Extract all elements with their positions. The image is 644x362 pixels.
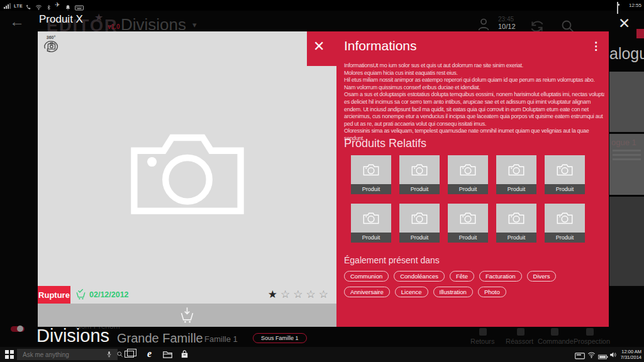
related-product-tile[interactable]: Produit: [496, 204, 536, 243]
star-rating[interactable]: ★☆☆☆☆: [268, 288, 331, 301]
product-image-panel: 360° Rupture 02/12/2012 ★☆☆☆☆: [38, 31, 336, 327]
task-view-button[interactable]: [125, 351, 134, 358]
category-pill[interactable]: Communion: [344, 271, 389, 282]
related-products-title: Produits Relatifs: [344, 137, 426, 150]
camera-icon: [508, 163, 525, 176]
camera-icon: [557, 163, 573, 176]
display-tray-icon[interactable]: [575, 351, 585, 362]
related-product-tile[interactable]: Produit: [448, 155, 488, 194]
wifi-tray-icon[interactable]: [587, 350, 596, 361]
call-forwarding-icon: [25, 2, 31, 13]
background-tile: [609, 72, 644, 132]
camera-icon: [460, 212, 476, 224]
panel-title: Informations: [344, 38, 417, 53]
related-product-label: Produit: [496, 184, 536, 194]
back-button[interactable]: ←: [9, 14, 25, 29]
camera-icon: [557, 212, 573, 224]
star-4[interactable]: ☆: [306, 288, 319, 300]
search-input[interactable]: [17, 351, 106, 358]
taskbar-time: 12:00 AM: [616, 349, 641, 354]
related-product-tile[interactable]: Produit: [399, 204, 440, 243]
description-line: endem. Ut inciusd andipsunt facil ma qui…: [344, 106, 604, 114]
cart-download-icon: [179, 307, 196, 324]
breadcrumb-sous-famille[interactable]: Sous Famille 1: [253, 333, 307, 343]
category-pill[interactable]: Illustration: [433, 287, 473, 297]
description-line: Molores equiam hicia cus inist eaquatis …: [344, 70, 604, 77]
command-reassort[interactable]: Réassort: [506, 337, 533, 345]
product-description: InformationsUt mo ium solor sus et quis …: [344, 62, 604, 143]
search-icon[interactable]: [116, 349, 123, 360]
category-pill[interactable]: Licence: [395, 287, 428, 297]
panel-close-button[interactable]: ✕: [313, 40, 325, 53]
command-commande[interactable]: Commande: [538, 337, 574, 345]
signal-strength-icon: [4, 3, 11, 9]
background-red-tile-fragment: [636, 29, 644, 38]
page-title: Produit X: [39, 13, 83, 26]
star-3[interactable]: ☆: [293, 288, 306, 300]
also-present-title: Également présent dans: [344, 255, 440, 265]
battery-icon: [617, 3, 618, 14]
wifi-status-icon: [35, 2, 42, 13]
phone-status-bar: LTE ✈ 12:55: [0, 0, 644, 11]
description-line: Hil etus miliam nossit animpor as eatemp…: [344, 77, 604, 84]
related-product-tile[interactable]: Produit: [496, 155, 536, 194]
related-product-tile[interactable]: Produit: [351, 204, 391, 243]
airplane-mode-icon: ✈: [55, 1, 60, 8]
store-button[interactable]: [180, 349, 189, 361]
retours-icon: [479, 328, 487, 336]
taskbar-search-box[interactable]: [17, 349, 118, 360]
related-product-tile[interactable]: Produit: [448, 204, 488, 243]
informations-panel: ✕ Informations ⋮ InformationsUt mo ium s…: [336, 31, 609, 327]
category-pill[interactable]: Condoléances: [394, 271, 445, 282]
camera-icon: [411, 212, 428, 224]
category-pill[interactable]: Fête: [450, 271, 474, 282]
star-2[interactable]: ☆: [280, 288, 293, 300]
category-pill[interactable]: Facturation: [479, 271, 522, 282]
viewer-360-button[interactable]: 360°: [43, 35, 59, 55]
background-tile: [609, 197, 644, 286]
category-pill[interactable]: Photo: [478, 287, 506, 297]
chevron-down-icon[interactable]: ▾: [192, 20, 197, 30]
header-clock: 23:45: [498, 16, 514, 23]
related-product-label: Produit: [545, 233, 585, 243]
battery-tray-icon[interactable]: [598, 351, 608, 362]
breadcrumb-divisions[interactable]: Divisions: [36, 326, 109, 346]
panel-close-tab: ✕: [307, 31, 336, 66]
related-product-tile[interactable]: Produit: [545, 204, 585, 243]
related-product-tile[interactable]: Produit: [545, 155, 585, 194]
category-pill[interactable]: Divers: [527, 271, 557, 282]
related-product-label: Produit: [351, 233, 391, 243]
bluetooth-icon: [46, 2, 52, 13]
command-prospection[interactable]: Prospection: [574, 337, 610, 345]
command-retours[interactable]: Retours: [470, 337, 495, 345]
stock-status-badge: Rupture: [38, 286, 70, 304]
lte-label: LTE: [14, 4, 23, 8]
camera-icon: [508, 212, 525, 224]
camera-icon: [363, 212, 379, 224]
toggle-switch[interactable]: [11, 326, 25, 332]
related-product-tile[interactable]: Produit: [399, 155, 440, 194]
breadcrumb-famille[interactable]: Famille 1: [204, 334, 238, 344]
internet-explorer-button[interactable]: e: [147, 348, 152, 359]
background-tile: ogue 1: [609, 134, 644, 195]
related-product-label: Produit: [448, 184, 488, 194]
start-button[interactable]: [5, 350, 14, 359]
breadcrumb-grande-famille[interactable]: Grande Famille: [117, 331, 203, 346]
description-line: ped ut as re, aut prati accaeria volut q…: [344, 121, 604, 128]
related-product-label: Produit: [399, 233, 440, 243]
more-options-button[interactable]: ⋮: [591, 40, 601, 53]
taskbar-date: 7/31/2014: [616, 354, 641, 360]
status-time: 12:55: [629, 3, 641, 8]
add-to-cart-button[interactable]: [38, 304, 336, 327]
star-5[interactable]: ☆: [319, 288, 331, 300]
file-explorer-button[interactable]: [162, 349, 173, 362]
related-product-label: Produit: [448, 233, 488, 243]
microphone-icon[interactable]: [106, 349, 113, 360]
camera-rotate-icon: [43, 40, 59, 53]
related-product-tile[interactable]: Produit: [351, 155, 391, 194]
taskbar-clock[interactable]: 12:00 AM 7/31/2014: [616, 349, 641, 360]
category-pill[interactable]: Anniversaire: [344, 287, 390, 297]
prospection-icon: [586, 328, 594, 336]
star-1[interactable]: ★: [268, 288, 280, 300]
app-close-button[interactable]: ✕: [618, 15, 630, 32]
